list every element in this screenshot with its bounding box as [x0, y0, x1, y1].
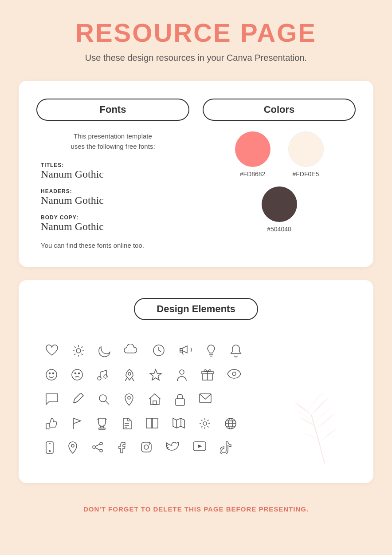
- youtube-icon: [192, 441, 207, 456]
- font-item-titles: TITLES: Nanum Gothic: [41, 162, 185, 180]
- mail-icon: [199, 393, 212, 408]
- lock-icon: [175, 393, 185, 408]
- svg-point-58: [93, 446, 95, 448]
- house-icon: [148, 393, 161, 408]
- fonts-footer: You can find these fonts online too.: [41, 242, 185, 249]
- svg-point-31: [128, 396, 130, 399]
- svg-line-5: [74, 347, 76, 348]
- svg-point-18: [78, 373, 80, 374]
- svg-point-29: [99, 395, 106, 402]
- search-icon: [98, 393, 110, 408]
- page-subtitle: Use these design resources in your Canva…: [85, 53, 307, 63]
- icons-row-3: [36, 393, 356, 408]
- fonts-section: Fonts This presentation template uses th…: [36, 99, 189, 249]
- gear-icon: [199, 417, 211, 432]
- colors-section: Colors #FD8682 #FDF0E5 #504040: [203, 99, 356, 249]
- sad-icon: [71, 369, 83, 384]
- svg-point-27: [232, 372, 236, 376]
- twitter-icon: [166, 441, 179, 456]
- tiktok-icon: [220, 441, 231, 456]
- main-card: Fonts This presentation template uses th…: [19, 81, 373, 267]
- footer-warning: DON'T FORGET TO DELETE THIS PAGE BEFORE …: [83, 505, 309, 513]
- svg-line-8: [74, 354, 76, 355]
- map-icon: [172, 417, 185, 432]
- thumbsup-icon: [45, 417, 59, 432]
- svg-rect-32: [153, 401, 157, 404]
- color-item-1: #FD8682: [235, 131, 270, 178]
- heart-icon: [45, 344, 59, 360]
- colors-grid: #FD8682 #FDF0E5 #504040: [203, 131, 356, 233]
- smiley-icon: [45, 369, 58, 384]
- svg-line-28: [74, 402, 77, 403]
- colors-row-1: #FD8682 #FDF0E5: [235, 131, 324, 178]
- svg-point-0: [76, 349, 81, 353]
- svg-point-16: [72, 369, 82, 380]
- color-circle-3: [262, 186, 297, 222]
- icons-grid: [36, 344, 356, 456]
- clock-icon: [153, 344, 165, 360]
- svg-point-23: [180, 370, 184, 374]
- svg-line-60: [95, 448, 100, 450]
- font-item-body: BODY COPY: Nanum Gothic: [41, 214, 185, 233]
- globe-icon: [224, 417, 237, 432]
- color-circle-2: [288, 131, 324, 167]
- fonts-description: This presentation template uses the foll…: [41, 131, 185, 151]
- book-icon: [145, 417, 159, 432]
- svg-marker-43: [173, 418, 184, 428]
- moon-icon: [98, 344, 111, 360]
- lightbulb-icon: [206, 344, 216, 360]
- fonts-header: Fonts: [36, 99, 189, 121]
- color-hex-2: #FDF0E5: [293, 170, 319, 178]
- svg-point-19: [98, 377, 101, 380]
- icons-row-4: [36, 417, 356, 432]
- svg-line-6: [82, 354, 83, 355]
- page-title: RESOURCE PAGE: [75, 18, 317, 48]
- music-icon: [97, 369, 110, 384]
- colors-row-2: #504040: [262, 186, 297, 233]
- facebook-icon: [117, 441, 127, 456]
- svg-point-62: [144, 445, 149, 449]
- svg-marker-65: [198, 444, 202, 448]
- person-icon: [176, 369, 188, 384]
- fonts-content: This presentation template uses the foll…: [36, 131, 189, 249]
- pin-icon: [123, 393, 135, 408]
- svg-point-57: [100, 449, 102, 452]
- megaphone-icon: [178, 344, 192, 360]
- color-circle-1: [235, 131, 270, 167]
- svg-point-46: [203, 422, 207, 425]
- svg-line-7: [82, 347, 83, 348]
- gift-icon: [201, 369, 214, 384]
- svg-point-54: [49, 451, 51, 452]
- svg-point-20: [104, 375, 107, 378]
- svg-rect-33: [176, 399, 184, 405]
- eye-icon: [227, 369, 241, 384]
- svg-marker-22: [150, 369, 161, 380]
- sun-icon: [72, 344, 85, 360]
- svg-point-17: [75, 373, 76, 374]
- color-hex-3: #504040: [267, 226, 291, 233]
- svg-point-13: [46, 369, 57, 380]
- phone-icon: [45, 441, 54, 456]
- colors-header: Colors: [203, 99, 356, 121]
- icons-row-5: [36, 441, 356, 456]
- location-icon: [67, 441, 78, 456]
- svg-point-15: [53, 373, 54, 374]
- trophy-icon: [96, 417, 108, 432]
- design-header: Design Elements: [36, 298, 356, 331]
- flag-icon: [72, 417, 82, 432]
- star-icon: [149, 369, 162, 384]
- chat-icon: [45, 393, 59, 408]
- instagram-icon: [140, 441, 153, 456]
- design-card: Design Elements: [19, 280, 373, 483]
- pencil-icon: [72, 393, 84, 408]
- svg-point-21: [128, 373, 131, 375]
- svg-point-56: [100, 442, 102, 445]
- icons-row-2: [36, 369, 356, 384]
- color-item-3: #504040: [262, 186, 297, 233]
- rocket-icon: [123, 369, 136, 384]
- share-icon: [91, 441, 104, 456]
- svg-line-59: [95, 444, 100, 447]
- design-elements-header: Design Elements: [134, 298, 258, 320]
- cloud-icon: [124, 344, 139, 360]
- svg-point-63: [149, 444, 150, 445]
